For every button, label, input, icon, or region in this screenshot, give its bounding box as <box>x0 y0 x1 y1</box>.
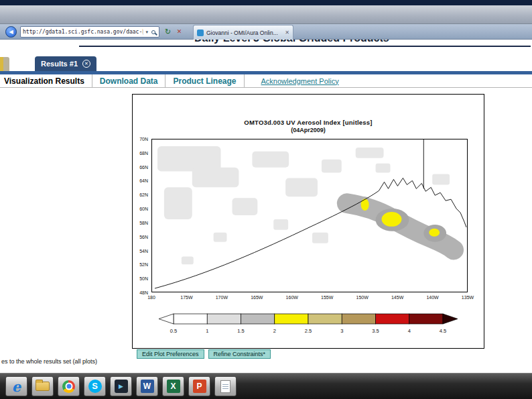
lat-tick-label: 54N <box>139 248 148 253</box>
chevron-down-icon[interactable]: ▾ <box>143 30 150 35</box>
tab-acknowledgment-policy[interactable]: Acknowledgment Policy <box>254 74 346 87</box>
taskbar-internet-explorer-icon[interactable]: e <box>5 376 27 396</box>
svg-text:4: 4 <box>408 328 411 334</box>
svg-text:2.5: 2.5 <box>305 328 312 334</box>
browser-tab[interactable]: Giovanni - OMI/Aura Onlin... ✕ <box>193 25 293 40</box>
partial-results-tab[interactable] <box>0 57 9 71</box>
favicon-icon <box>197 30 204 36</box>
top-window-strip <box>0 0 532 5</box>
lat-tick-label: 66N <box>139 164 148 169</box>
results-tab-label: Results #1 <box>41 60 78 68</box>
search-icon[interactable] <box>151 30 155 34</box>
taskbar: eS▶WXP <box>0 373 532 399</box>
high-aerosol-core <box>429 229 440 237</box>
lat-tick-label: 58N <box>139 220 148 225</box>
plot-actions: Edit Plot Preferences Refine Constraints… <box>137 349 271 359</box>
taskbar-file-explorer-icon[interactable] <box>31 376 54 396</box>
plot-title: OMTO3d.003 UV Aerosol Index [unitless] <box>133 119 484 126</box>
url-text: http://gdata1.sci.gsfc.nasa.gov/daac-bin… <box>23 29 143 35</box>
tab-download-data[interactable]: Download Data <box>92 74 166 87</box>
edit-plot-preferences-button[interactable]: Edit Plot Preferences <box>137 349 204 359</box>
back-arrow-icon: ◀ <box>9 29 13 35</box>
results-tab[interactable]: Results #1 ✕ <box>35 56 96 71</box>
lon-tick-label: 140W <box>426 295 438 300</box>
svg-text:1.5: 1.5 <box>237 328 244 334</box>
taskbar-powerpoint-icon[interactable]: P <box>188 376 210 396</box>
lat-tick-label: 70N <box>139 137 148 141</box>
tab-close-icon[interactable]: ✕ <box>285 30 289 36</box>
high-aerosol-core <box>382 212 402 227</box>
lon-tick-label: 155W <box>321 295 333 300</box>
address-bar[interactable]: http://gdata1.sci.gsfc.nasa.gov/daac-bin… <box>20 26 159 38</box>
svg-text:4.5: 4.5 <box>440 328 446 334</box>
back-button[interactable]: ◀ <box>5 26 17 38</box>
plot-subtitle: (04Apr2009) <box>133 127 484 133</box>
taskbar-word-icon[interactable]: W <box>136 376 158 396</box>
colorbar: 0.511.522.533.544.5 <box>155 310 463 340</box>
svg-text:0.5: 0.5 <box>170 328 177 334</box>
lat-tick-label: 64N <box>139 178 148 183</box>
tab-visualization-results[interactable]: Visualization Results <box>0 74 92 87</box>
lat-tick-label: 52N <box>139 262 148 267</box>
lon-tick-label: 165W <box>251 295 263 300</box>
heading-rule <box>79 46 531 47</box>
svg-text:3.5: 3.5 <box>372 328 379 334</box>
taskbar-skype-icon[interactable]: S <box>84 376 106 396</box>
browser-navbar: ◀ http://gdata1.sci.gsfc.nasa.gov/daac-b… <box>0 24 532 40</box>
browser-tab-title: Giovanni - OMI/Aura Onlin... <box>206 30 282 36</box>
taskbar-notepad-icon[interactable] <box>214 376 237 396</box>
results-set-note: es to the whole results set (all plots) <box>1 358 97 365</box>
lat-tick-label: 62N <box>139 192 148 197</box>
lon-axis: 180175W170W165W160W155W150W145W140W135W <box>151 295 468 302</box>
lon-tick-label: 175W <box>180 295 192 300</box>
taskbar-excel-icon[interactable]: X <box>162 376 184 396</box>
taskbar-media-player-icon[interactable]: ▶ <box>110 376 132 396</box>
lat-tick-label: 50N <box>139 276 148 281</box>
lat-tick-label: 68N <box>139 150 148 155</box>
lon-tick-label: 180 <box>147 295 155 300</box>
screen: Daily Level 3 Global Gridded Products ◀ … <box>0 0 532 399</box>
refresh-icon[interactable]: ↻ <box>163 27 173 37</box>
svg-text:2: 2 <box>273 328 276 334</box>
lat-tick-label: 60N <box>139 207 148 211</box>
tab-product-lineage[interactable]: Product Lineage <box>165 74 244 87</box>
results-tab-close-icon[interactable]: ✕ <box>82 60 90 68</box>
section-tab-strip: Visualization ResultsDownload DataProduc… <box>0 74 532 88</box>
lon-tick-label: 135W <box>462 295 474 300</box>
lat-tick-label: 56N <box>139 234 148 239</box>
lat-axis: 70N68N66N64N62N60N58N56N54N52N50N48N <box>133 139 150 292</box>
lon-tick-label: 170W <box>216 295 228 300</box>
aerosol-map <box>151 139 468 292</box>
refine-constraints-button[interactable]: Refine Constraints* <box>208 349 271 359</box>
high-aerosol-core <box>361 198 369 211</box>
lon-tick-label: 160W <box>286 295 298 300</box>
stop-icon[interactable]: ✕ <box>174 27 184 37</box>
lon-tick-label: 145W <box>391 295 403 300</box>
lon-tick-label: 150W <box>356 295 369 300</box>
svg-text:3: 3 <box>340 328 343 334</box>
window-titlebar <box>0 5 532 24</box>
lat-tick-label: 48N <box>139 290 148 295</box>
taskbar-chrome-icon[interactable] <box>58 376 80 396</box>
svg-text:1: 1 <box>206 328 208 334</box>
plot-panel: OMTO3d.003 UV Aerosol Index [unitless] (… <box>132 94 484 349</box>
